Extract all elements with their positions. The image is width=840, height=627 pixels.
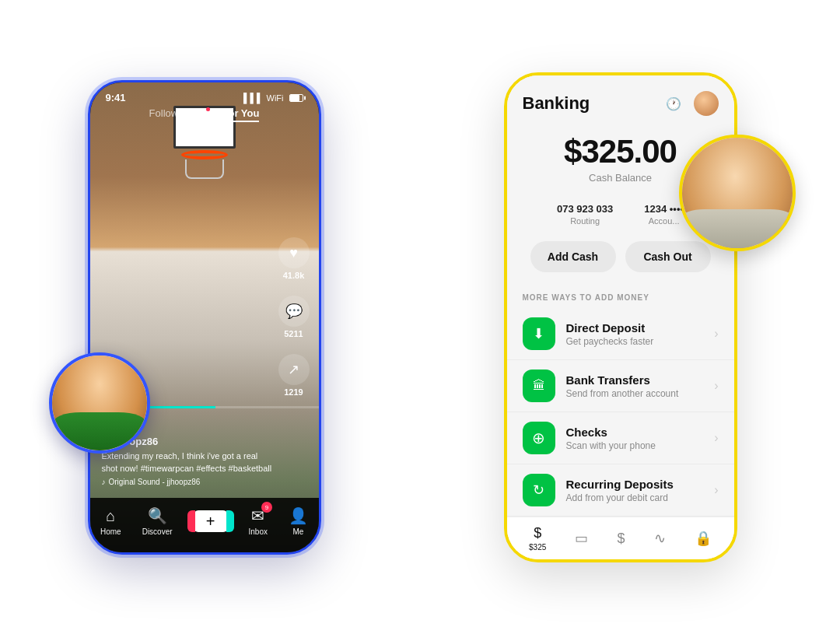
left-avatar-circle [49, 352, 150, 454]
routing-label: Routing [557, 216, 613, 226]
direct-deposit-subtitle: Get paychecks faster [566, 336, 715, 347]
banking-header: Banking 🕐 [507, 75, 734, 125]
checks-icon: ⊕ [523, 422, 555, 454]
account-number-field: 1234 •••• Accou... [644, 203, 684, 226]
for-you-tab[interactable]: For You [222, 107, 260, 122]
recurring-text: Recurring Deposits Add from your debit c… [566, 478, 715, 503]
tiktok-sound: ♪ Original Sound - jjhoopz86 [102, 478, 272, 486]
banking-nav-dollar[interactable]: $ [618, 531, 625, 547]
profile-icon: 👤 [289, 506, 308, 525]
battery-icon [289, 94, 303, 102]
right-avatar-face [682, 138, 793, 248]
banking-nav-card[interactable]: ▭ [575, 530, 588, 547]
live-dot [206, 107, 210, 111]
banking-nav-lock[interactable]: 🔒 [695, 530, 712, 547]
bank-transfers-title: Bank Transfers [566, 373, 715, 387]
signal-icon: ▌▌▌ [243, 93, 264, 103]
right-phone-wrapper: Banking 🕐 $325.00 Cash Balance 073 923 0… [504, 72, 753, 570]
hoop-rim [181, 150, 228, 159]
inbox-badge: 9 [261, 502, 272, 513]
balance-nav-icon: $ [534, 525, 541, 541]
banking-nav-balance[interactable]: $ $325 [529, 525, 546, 552]
checks-arrow: › [714, 431, 718, 445]
list-item-bank-transfers[interactable]: 🏛 Bank Transfers Send from another accou… [507, 360, 734, 412]
status-bar: 9:41 ▌▌▌ WiFi [106, 92, 303, 103]
nav-me[interactable]: 👤 Me [289, 506, 308, 536]
recurring-icon: ↻ [523, 474, 555, 506]
left-phone-wrapper: 9:41 ▌▌▌ WiFi Following For You [88, 80, 329, 562]
share-count: 1219 [284, 387, 303, 397]
direct-deposit-title: Direct Deposit [566, 321, 715, 335]
banking-list: ⬇ Direct Deposit Get paychecks faster › … [507, 308, 734, 517]
share-icon: ↗ [278, 354, 310, 385]
list-item-direct-deposit[interactable]: ⬇ Direct Deposit Get paychecks faster › [507, 308, 734, 360]
nav-inbox[interactable]: ✉ Inbox 9 [249, 506, 268, 536]
checks-title: Checks [566, 426, 715, 439]
list-item-checks[interactable]: ⊕ Checks Scan with your phone › [507, 412, 734, 464]
recurring-arrow: › [714, 483, 718, 497]
left-avatar-shirt [52, 412, 147, 450]
banking-header-icons: 🕐 [661, 91, 719, 116]
checks-text: Checks Scan with your phone [566, 426, 715, 451]
bank-transfers-arrow: › [714, 379, 718, 393]
tiktok-bottom-nav: ⌂ Home 🔍 Discover + ✉ Inbox 9 [90, 498, 319, 552]
more-ways-header: MORE WAYS TO ADD MONEY [507, 284, 734, 308]
hoop-net [185, 159, 224, 179]
history-icon[interactable]: 🕐 [661, 91, 686, 116]
chart-nav-icon: ∿ [654, 530, 666, 547]
lock-nav-icon: 🔒 [695, 530, 712, 547]
wifi-icon: WiFi [267, 93, 284, 103]
tiktok-right-actions: ♥ 41.8k 💬 5211 ↗ 1219 [278, 237, 310, 397]
dollar-nav-icon: $ [618, 531, 625, 547]
home-icon: ⌂ [106, 507, 115, 525]
direct-deposit-arrow: › [714, 327, 718, 341]
more-ways-title: MORE WAYS TO ADD MONEY [523, 293, 719, 302]
create-icon: + [194, 510, 228, 532]
right-avatar-circle [679, 135, 796, 251]
like-icon: ♥ [278, 237, 310, 268]
routing-field: 073 923 033 Routing [557, 203, 613, 226]
banking-bottom-nav: $ $325 ▭ $ ∿ 🔒 [507, 517, 734, 559]
music-icon: ♪ [102, 478, 106, 486]
tiktok-phone: 9:41 ▌▌▌ WiFi Following For You [88, 80, 321, 555]
direct-deposit-text: Direct Deposit Get paychecks faster [566, 321, 715, 347]
left-avatar-face [52, 356, 147, 450]
following-tab[interactable]: Following [149, 107, 192, 122]
routing-value: 073 923 033 [557, 203, 613, 215]
like-count: 41.8k [283, 271, 305, 280]
bank-transfers-text: Bank Transfers Send from another account [566, 373, 715, 399]
nav-create[interactable]: + [194, 510, 228, 532]
list-item-recurring[interactable]: ↻ Recurring Deposits Add from your debit… [507, 464, 734, 517]
tiktok-tabs: Following For You [90, 107, 319, 122]
comment-icon: 💬 [278, 296, 310, 327]
status-time: 9:41 [106, 92, 126, 103]
card-nav-icon: ▭ [575, 530, 588, 547]
recurring-subtitle: Add from your debit card [566, 492, 715, 503]
checks-subtitle: Scan with your phone [566, 440, 715, 451]
comment-action[interactable]: 💬 5211 [278, 296, 310, 338]
recurring-title: Recurring Deposits [566, 478, 715, 491]
add-cash-button[interactable]: Add Cash [530, 241, 616, 272]
tiktok-caption-text: Extending my reach, I think i've got a r… [102, 450, 272, 475]
nav-home[interactable]: ⌂ Home [100, 507, 121, 536]
account-number-value: 1234 •••• [644, 203, 684, 215]
share-action[interactable]: ↗ 1219 [278, 354, 310, 397]
bank-transfers-icon: 🏛 [523, 370, 555, 402]
scene: 9:41 ▌▌▌ WiFi Following For You [0, 0, 840, 627]
direct-deposit-icon: ⬇ [523, 317, 555, 350]
banking-title: Banking [523, 93, 590, 114]
status-icons: ▌▌▌ WiFi [243, 93, 303, 103]
profile-avatar[interactable] [694, 91, 719, 116]
account-number-label: Accou... [644, 216, 684, 226]
banking-nav-chart[interactable]: ∿ [654, 530, 666, 547]
nav-discover[interactable]: 🔍 Discover [142, 506, 173, 536]
comment-count: 5211 [284, 329, 303, 338]
discover-icon: 🔍 [148, 506, 167, 525]
bank-transfers-subtitle: Send from another account [566, 388, 715, 399]
right-avatar-shirt [682, 209, 793, 248]
like-action[interactable]: ♥ 41.8k [278, 237, 310, 280]
